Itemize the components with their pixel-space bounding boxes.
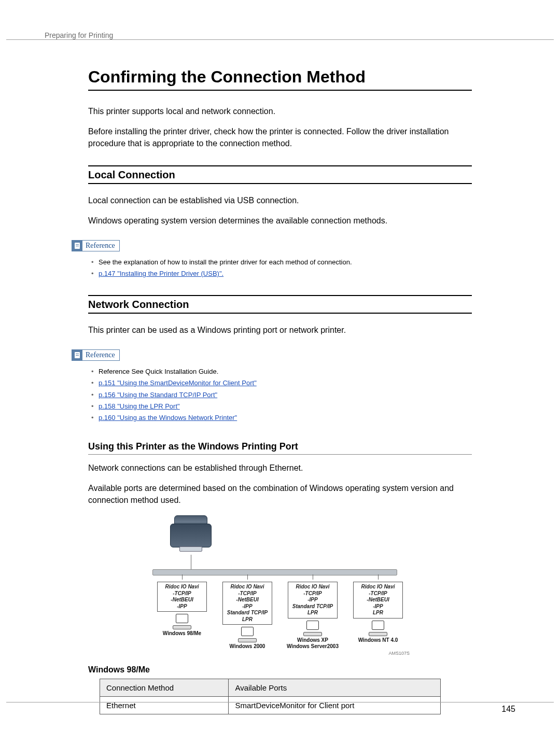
- ports-table: Connection Method Available Ports Ethern…: [100, 679, 441, 714]
- diagram-node: Ridoc IO Navi -TCP/IP -NetBEUI -IPP LPR …: [349, 574, 407, 650]
- computer-icon: [172, 614, 192, 629]
- list-item: Reference See Quick Installation Guide.: [91, 366, 472, 377]
- local-paragraph-1: Local connection can be established via …: [88, 194, 472, 206]
- reference-label: Reference: [82, 241, 119, 251]
- list-item: See the explanation of how to install th…: [91, 257, 472, 268]
- os-label: Windows NT 4.0: [349, 637, 407, 643]
- node-box: Ridoc IO Navi -TCP/IP -NetBEUI -IPP Stan…: [222, 582, 272, 625]
- os-label: Windows XP Windows Server2003: [284, 637, 341, 650]
- computer-icon: [237, 627, 258, 642]
- reference-text: See the explanation of how to install th…: [99, 258, 352, 266]
- os-label: Windows 2000: [219, 643, 276, 650]
- subsection-printing-port: Using this Printer as the Windows Printi…: [88, 441, 472, 455]
- list-item: p.151 "Using the SmartDeviceMonitor for …: [91, 377, 472, 389]
- network-diagram: Ridoc IO Navi -TCP/IP -NetBEUI -IPP Wind…: [150, 514, 410, 656]
- reference-link[interactable]: p.147 "Installing the Printer Driver (US…: [99, 270, 223, 277]
- list-item: p.147 "Installing the Printer Driver (US…: [91, 268, 472, 279]
- computer-icon: [302, 621, 323, 636]
- reference-link[interactable]: p.156 "Using the Standard TCP/IP Port": [99, 391, 217, 399]
- top-rule: [6, 39, 554, 40]
- reference-link[interactable]: p.158 "Using the LPR Port": [99, 402, 180, 410]
- printing-port-paragraph-1: Network connections can be established t…: [88, 462, 472, 474]
- local-reference-list: See the explanation of how to install th…: [91, 257, 472, 279]
- intro-paragraph-1: This printer supports local and network …: [88, 105, 472, 117]
- node-box: Ridoc IO Navi -TCP/IP -IPP Standard TCP/…: [288, 582, 338, 619]
- figure-id: AMS107S: [150, 651, 410, 656]
- list-item: p.156 "Using the Standard TCP/IP Port": [91, 389, 472, 401]
- bottom-rule: [6, 702, 554, 702]
- node-box: Ridoc IO Navi -TCP/IP -NetBEUI -IPP: [157, 582, 207, 612]
- diagram-node: Ridoc IO Navi -TCP/IP -NetBEUI -IPP Wind…: [153, 574, 211, 650]
- printing-port-paragraph-2: Available ports are determined based on …: [88, 482, 472, 506]
- network-reference-list: Reference See Quick Installation Guide. …: [91, 366, 472, 423]
- list-item: p.160 "Using as the Windows Network Prin…: [91, 412, 472, 424]
- os-label: Windows 98/Me: [153, 630, 211, 637]
- table-header: Available Ports: [229, 679, 441, 697]
- reference-tag: Reference: [72, 240, 120, 251]
- reference-link[interactable]: p.160 "Using as the Windows Network Prin…: [99, 414, 237, 421]
- diagram-nodes: Ridoc IO Navi -TCP/IP -NetBEUI -IPP Wind…: [150, 574, 410, 650]
- reference-icon: [72, 241, 82, 251]
- local-paragraph-2: Windows operating system version determi…: [88, 215, 472, 227]
- table-header-row: Connection Method Available Ports: [100, 679, 441, 697]
- page-title: Confirming the Connection Method: [88, 67, 472, 91]
- connector-line: [191, 555, 191, 569]
- computer-icon: [368, 621, 388, 636]
- content-area: Confirming the Connection Method This pr…: [88, 67, 472, 714]
- list-item: p.158 "Using the LPR Port": [91, 401, 472, 412]
- page-number: 145: [501, 705, 515, 714]
- reference-icon: [72, 350, 82, 360]
- page: Preparing for Printing Confirming the Co…: [0, 0, 560, 745]
- section-local-connection: Local Connection: [88, 165, 472, 184]
- diagram-node: Ridoc IO Navi -TCP/IP -IPP Standard TCP/…: [284, 574, 341, 650]
- table-cell: Ethernet: [100, 697, 229, 714]
- table-cell: SmartDeviceMonitor for Client port: [229, 697, 441, 714]
- table-caption: Windows 98/Me: [88, 665, 472, 674]
- reference-link[interactable]: p.151 "Using the SmartDeviceMonitor for …: [99, 379, 257, 387]
- diagram-node: Ridoc IO Navi -TCP/IP -NetBEUI -IPP Stan…: [219, 574, 276, 650]
- reference-label: Reference: [82, 350, 119, 360]
- running-head: Preparing for Printing: [45, 31, 113, 39]
- table-row: Ethernet SmartDeviceMonitor for Client p…: [100, 697, 441, 714]
- intro-paragraph-2: Before installing the printer driver, ch…: [88, 125, 472, 149]
- reference-text: Reference See Quick Installation Guide.: [99, 368, 218, 375]
- table-header: Connection Method: [100, 679, 229, 697]
- network-paragraph-1: This printer can be used as a Windows pr…: [88, 324, 472, 336]
- section-network-connection: Network Connection: [88, 295, 472, 314]
- printer-icon: [165, 514, 217, 551]
- node-box: Ridoc IO Navi -TCP/IP -NetBEUI -IPP LPR: [353, 582, 403, 619]
- reference-tag: Reference: [72, 349, 120, 361]
